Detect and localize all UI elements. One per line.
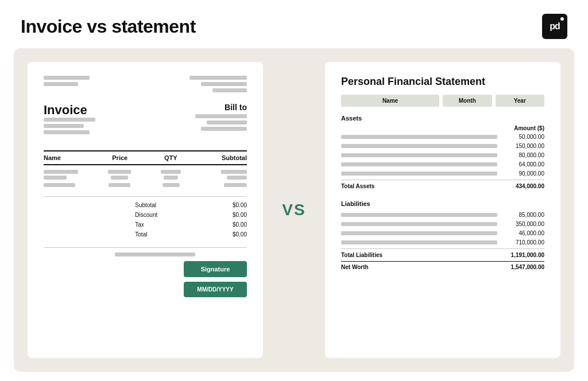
deco-line [108, 170, 131, 174]
asset-amount-3: 80,000.00 [504, 152, 544, 158]
deco-line [44, 118, 95, 122]
table-row [44, 170, 247, 180]
deco-line [227, 176, 247, 180]
deco-line [163, 183, 180, 187]
signature-button[interactable]: Signature [184, 261, 247, 277]
row-cell [44, 183, 93, 187]
deco-line [44, 124, 84, 128]
liability-line [341, 240, 497, 244]
totals-row-tax: Tax $0.00 [135, 221, 247, 228]
discount-label: Discount [135, 212, 157, 218]
deco-line [212, 88, 247, 92]
invoice-header-left-lines [44, 76, 90, 92]
liability-row-4: 710,000.00 [341, 239, 544, 246]
asset-line [341, 135, 497, 139]
liability-amount-2: 350,000.00 [504, 221, 544, 227]
liabilities-label: Liabilities [341, 200, 544, 207]
net-worth-row: Net Worth 1,547,000.00 [341, 261, 544, 273]
row-cell [95, 170, 145, 180]
liability-line [341, 222, 497, 226]
liability-amount-3: 46,000.00 [504, 230, 544, 236]
tax-value: $0.00 [233, 221, 247, 228]
statement-card: Personal Financial Statement Name Month … [325, 62, 560, 358]
name-field[interactable]: Name [341, 95, 439, 107]
row-cell [146, 170, 196, 180]
deco-line [221, 170, 247, 174]
row-cell [198, 170, 247, 180]
deco-line [44, 183, 75, 187]
deco-line [44, 82, 78, 86]
total-label: Total [135, 231, 147, 238]
invoice-title-row: Invoice Bill to [44, 103, 247, 143]
subtotal-value: $0.00 [233, 202, 247, 208]
row-cell [146, 183, 196, 187]
assets-label: Assets [341, 115, 544, 122]
asset-row-3: 80,000.00 [341, 152, 544, 158]
deco-line [44, 170, 78, 174]
invoice-title: Invoice [44, 103, 95, 118]
asset-amount-4: 64,000.00 [504, 161, 544, 168]
row-cell [44, 170, 93, 180]
content-area: Invoice Bill to Name Price QTY Sub [14, 48, 574, 372]
tax-label: Tax [135, 221, 144, 228]
deco-line [109, 183, 130, 187]
deco-line [189, 76, 247, 80]
total-assets-label: Total Assets [341, 183, 374, 189]
logo-text: pd [550, 21, 560, 32]
divider [44, 247, 247, 248]
invoice-details-left [44, 118, 69, 134]
invoice-table-header: Name Price QTY Subtotal [44, 150, 247, 165]
asset-row-4: 64,000.00 [341, 161, 544, 168]
divider [44, 196, 247, 197]
bill-to-group: Bill to [195, 103, 247, 131]
row-cell [95, 183, 145, 187]
asset-line [341, 172, 497, 176]
discount-value: $0.00 [233, 212, 247, 218]
bill-to-lines [195, 114, 247, 131]
col-price: Price [95, 154, 146, 161]
deco-line [207, 120, 247, 125]
col-name: Name [44, 154, 95, 161]
vs-separator: VS [277, 62, 311, 358]
asset-amount-1: 50,000.00 [504, 134, 544, 140]
deco-line [111, 176, 128, 180]
col-subtotal: Subtotal [196, 154, 247, 161]
deco-line [161, 170, 181, 174]
page-header: Invoice vs statement pd [0, 0, 588, 48]
liability-line [341, 231, 497, 235]
net-worth-label: Net Worth [341, 264, 369, 270]
statement-title: Personal Financial Statement [341, 76, 544, 88]
deco-line [115, 252, 195, 256]
total-value: $0.00 [233, 231, 247, 238]
asset-line [341, 153, 497, 157]
net-worth-value: 1,547,000.00 [511, 264, 544, 270]
row-cell [198, 183, 247, 187]
liability-row-1: 85,000.00 [341, 212, 544, 218]
invoice-card: Invoice Bill to Name Price QTY Sub [28, 62, 263, 358]
total-liabilities-row: Total Liabilities 1,191,000.00 [341, 248, 544, 261]
sig-line-row [115, 252, 247, 256]
asset-row-5: 90,000.00 [341, 170, 544, 177]
deco-line [195, 114, 247, 118]
amount-header: Amount ($) [341, 125, 544, 131]
liabilities-section: Liabilities 85,000.00 350,000.00 46,000.… [341, 200, 544, 273]
total-assets-value: 434,000.00 [516, 183, 544, 189]
invoice-header-right-lines [189, 76, 247, 92]
page-title: Invoice vs statement [21, 16, 196, 37]
asset-amount-5: 90,000.00 [504, 170, 544, 177]
date-button[interactable]: MM/DD/YYYY [184, 282, 247, 297]
month-field[interactable]: Month [443, 95, 492, 107]
invoice-title-group: Invoice [44, 103, 95, 143]
deco-line [44, 130, 90, 134]
statement-fields-row: Name Month Year [341, 95, 544, 107]
total-liabilities-value: 1,191,000.00 [511, 252, 544, 258]
asset-row-2: 150,000.00 [341, 143, 544, 149]
deco-line [201, 127, 247, 131]
signature-area: Signature MM/DD/YYYY [44, 252, 247, 297]
totals-row-total: Total $0.00 [135, 231, 247, 238]
year-field[interactable]: Year [496, 95, 545, 107]
invoice-header-decoration [44, 76, 247, 92]
totals-row-subtotal: Subtotal $0.00 [135, 201, 247, 209]
deco-line [44, 176, 67, 180]
deco-line [201, 82, 247, 86]
